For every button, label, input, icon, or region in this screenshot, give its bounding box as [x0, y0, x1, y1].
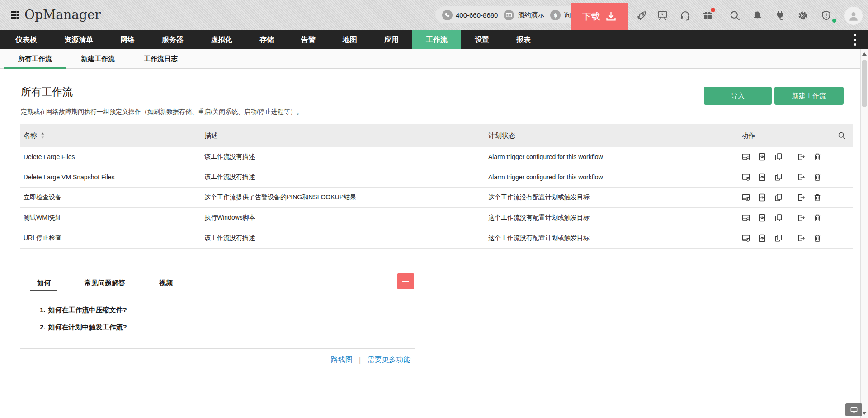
help-tab-faq[interactable]: 常见问题解答	[78, 275, 132, 291]
workflow-name[interactable]: Delete Large Files	[24, 153, 204, 160]
tab-all-workflows[interactable]: 所有工作流	[4, 49, 66, 68]
nav-overflow-kebab-icon[interactable]	[852, 34, 858, 46]
nav-item-storage[interactable]: 存储	[246, 30, 288, 49]
delete-icon[interactable]	[813, 173, 822, 182]
export-icon[interactable]	[797, 193, 806, 202]
column-name[interactable]: 名称	[24, 132, 37, 139]
app-grid-icon[interactable]	[10, 9, 21, 20]
security-shield-icon[interactable]	[820, 9, 832, 22]
help-link-item[interactable]: 2. 如何在计划中触发工作流?	[40, 323, 127, 332]
page-description: 定期或在网络故障期间执行一组预定义操作（如刷新数据存储、重启/关闭系统、启动/停…	[21, 108, 303, 116]
workflow-name[interactable]: Delete Large VM Snapshot Files	[24, 174, 204, 181]
sort-icon[interactable]	[41, 132, 45, 139]
import-button[interactable]: 导入	[704, 87, 772, 105]
copy-icon[interactable]	[774, 234, 783, 243]
copy-icon[interactable]	[774, 173, 783, 182]
workflow-name[interactable]: URL停止检查	[24, 234, 204, 242]
demo-video-icon	[504, 10, 514, 20]
gift-notification-dot	[711, 8, 715, 12]
export-icon[interactable]	[797, 234, 806, 243]
nav-item-settings[interactable]: 设置	[461, 30, 503, 49]
help-link-item[interactable]: 1. 如何在工作流中压缩文件?	[40, 306, 127, 315]
phone-number: 400-660-8680	[456, 11, 498, 19]
view-details-icon[interactable]	[758, 234, 767, 243]
help-tab-videos[interactable]: 视频	[152, 275, 179, 291]
support-headset-icon[interactable]	[679, 9, 691, 22]
help-tabs: 如何 常见问题解答 视频	[20, 275, 415, 291]
nav-item-inventory[interactable]: 资源清单	[51, 30, 107, 49]
book-demo-link[interactable]: 预约演示	[517, 11, 544, 19]
collapse-help-button[interactable]	[397, 273, 414, 289]
nav-item-maps[interactable]: 地图	[329, 30, 371, 49]
copy-icon[interactable]	[774, 213, 783, 222]
table-row[interactable]: URL停止检查 该工作流没有描述 这个工作流没有配置计划或触发目标	[20, 228, 853, 249]
table-row[interactable]: Delete Large Files 该工作流没有描述 Alarm trigge…	[20, 147, 853, 167]
run-workflow-icon[interactable]	[741, 173, 750, 182]
download-button[interactable]: 下载	[571, 3, 628, 30]
view-details-icon[interactable]	[758, 193, 767, 202]
export-icon[interactable]	[797, 213, 806, 222]
nav-item-reports[interactable]: 报表	[503, 30, 544, 49]
nav-item-workflow[interactable]: 工作流	[412, 30, 461, 49]
table-row[interactable]: Delete Large VM Snapshot Files 该工作流没有描述 …	[20, 167, 853, 188]
nav-item-apps[interactable]: 应用	[371, 30, 412, 49]
item-text[interactable]: 如何在工作流中压缩文件?	[48, 306, 127, 315]
top-header: OpManager 400-660-8680 预约演示 询价 下载	[0, 0, 868, 30]
feedback-console-icon[interactable]	[845, 403, 862, 416]
export-icon[interactable]	[797, 152, 806, 161]
view-details-icon[interactable]	[758, 173, 767, 182]
scrollbar-thumb[interactable]	[862, 60, 867, 107]
new-workflow-button[interactable]: 新建工作流	[774, 87, 844, 105]
demo-presentation-icon[interactable]	[656, 9, 669, 22]
workflow-status: Alarm trigger configured for this workfl…	[488, 174, 722, 181]
run-workflow-icon[interactable]	[741, 213, 750, 222]
workflow-description: 该工作流没有描述	[204, 173, 488, 181]
column-actions: 动作	[741, 132, 853, 140]
integrations-plug-icon[interactable]	[774, 9, 786, 22]
workflow-status: 这个工作流没有配置计划或触发目标	[488, 193, 722, 202]
run-workflow-icon[interactable]	[741, 152, 750, 161]
scroll-down-arrow[interactable]	[862, 412, 867, 415]
main-nav: 仪表板 资源清单 网络 服务器 虚拟化 存储 告警 地图 应用 工作流 设置 报…	[0, 30, 868, 49]
workflow-status: 这个工作流没有配置计划或触发目标	[488, 214, 722, 222]
delete-icon[interactable]	[813, 152, 822, 161]
tab-workflow-logs[interactable]: 工作流日志	[129, 49, 192, 68]
roadmap-link[interactable]: 路线图	[331, 355, 353, 365]
column-description: 描述	[204, 132, 488, 140]
workflow-name[interactable]: 测试WMI凭证	[24, 214, 204, 222]
workflow-name[interactable]: 立即检查设备	[24, 193, 204, 202]
copy-icon[interactable]	[774, 193, 783, 202]
column-schedule-status: 计划状态	[488, 132, 722, 140]
delete-icon[interactable]	[813, 193, 822, 202]
need-more-features-link[interactable]: 需要更多功能	[367, 355, 410, 365]
vertical-scrollbar[interactable]	[860, 49, 868, 418]
delete-icon[interactable]	[813, 213, 822, 222]
workflow-description: 该工作流没有描述	[204, 153, 488, 161]
notifications-bell-icon[interactable]	[751, 9, 764, 22]
getting-started-rocket-icon[interactable]	[636, 9, 648, 22]
global-search-icon[interactable]	[729, 9, 741, 22]
nav-item-network[interactable]: 网络	[107, 30, 148, 49]
item-number: 1.	[40, 306, 46, 315]
table-search-icon[interactable]	[837, 131, 846, 140]
run-workflow-icon[interactable]	[741, 234, 750, 243]
nav-item-alarms[interactable]: 告警	[288, 30, 329, 49]
tab-new-workflow[interactable]: 新建工作流	[66, 49, 129, 68]
run-workflow-icon[interactable]	[741, 193, 750, 202]
copy-icon[interactable]	[774, 152, 783, 161]
nav-item-server[interactable]: 服务器	[148, 30, 197, 49]
nav-item-virtual[interactable]: 虚拟化	[197, 30, 246, 49]
delete-icon[interactable]	[813, 234, 822, 243]
table-row[interactable]: 测试WMI凭证 执行Windows脚本 这个工作流没有配置计划或触发目标	[20, 208, 853, 228]
help-tab-howto[interactable]: 如何	[30, 275, 57, 291]
item-text[interactable]: 如何在计划中触发工作流?	[48, 323, 127, 332]
export-icon[interactable]	[797, 173, 806, 182]
view-details-icon[interactable]	[758, 213, 767, 222]
nav-item-dashboard[interactable]: 仪表板	[2, 30, 51, 49]
user-avatar[interactable]	[844, 7, 863, 25]
settings-gear-icon[interactable]	[797, 9, 809, 22]
view-details-icon[interactable]	[758, 152, 767, 161]
download-label: 下载	[582, 10, 600, 23]
table-row[interactable]: 立即检查设备 这个工作流提供了告警设备的PING和NSLOOKUP结果 这个工作…	[20, 188, 853, 208]
scroll-up-arrow[interactable]	[862, 52, 867, 56]
